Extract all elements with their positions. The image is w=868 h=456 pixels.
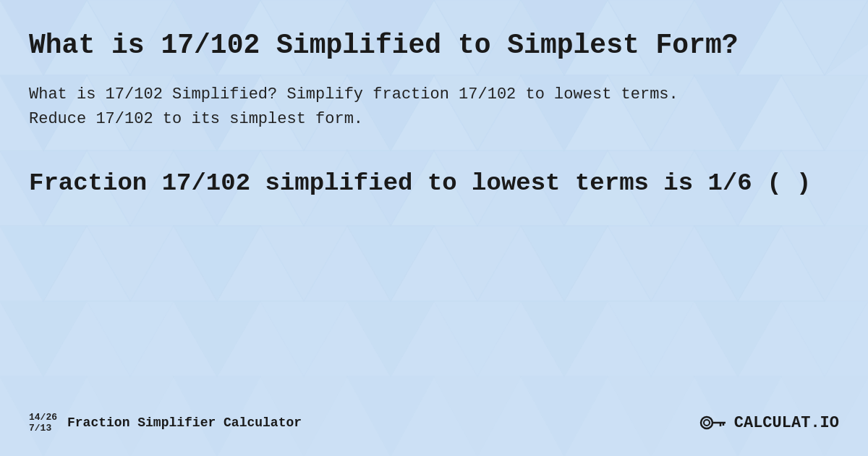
description-text: What is 17/102 Simplified? Simplify frac… bbox=[29, 83, 680, 132]
svg-point-98 bbox=[701, 417, 712, 428]
fraction-denominator: 7/13 bbox=[29, 423, 57, 434]
footer-brand-label: Fraction Simplifier Calculator bbox=[67, 415, 302, 430]
footer-brand-area: 14/26 7/13 Fraction Simplifier Calculato… bbox=[29, 412, 302, 434]
footer-fraction-brand: 14/26 7/13 Fraction Simplifier Calculato… bbox=[29, 412, 302, 434]
fraction-numerator: 14/26 bbox=[29, 412, 57, 423]
calculat-logo-text: CALCULAT.IO bbox=[734, 414, 839, 432]
result-text: Fraction 17/102 simplified to lowest ter… bbox=[29, 168, 839, 199]
footer-fraction-stack: 14/26 7/13 bbox=[29, 412, 57, 434]
result-section: Fraction 17/102 simplified to lowest ter… bbox=[29, 168, 839, 405]
key-icon bbox=[699, 413, 726, 433]
footer: 14/26 7/13 Fraction Simplifier Calculato… bbox=[29, 405, 839, 434]
svg-point-99 bbox=[704, 420, 710, 426]
main-title: What is 17/102 Simplified to Simplest Fo… bbox=[29, 29, 839, 62]
page-content: What is 17/102 Simplified to Simplest Fo… bbox=[0, 0, 868, 456]
calculat-logo-area: CALCULAT.IO bbox=[699, 413, 839, 433]
